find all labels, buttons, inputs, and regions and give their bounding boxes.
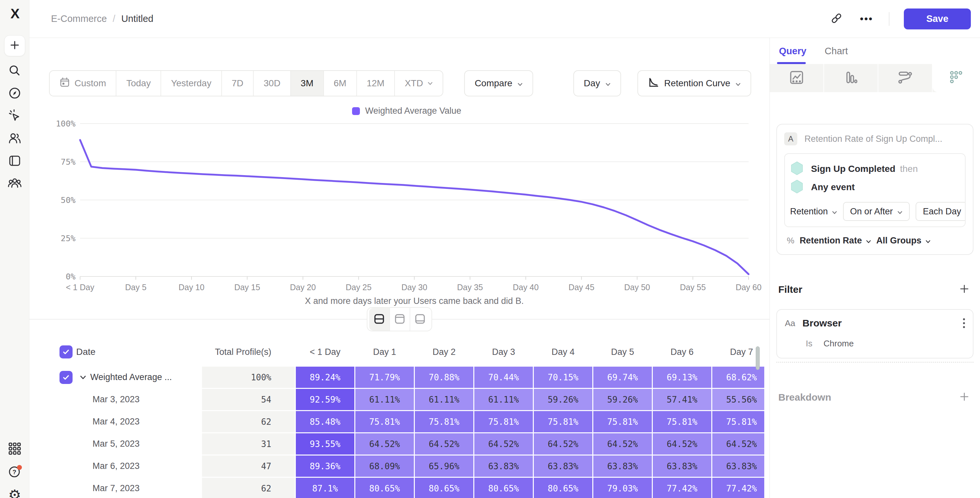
column-header[interactable]: Day 2 — [415, 342, 473, 363]
range-30d[interactable]: 30D — [254, 71, 291, 96]
column-header[interactable]: Day 1 — [355, 342, 414, 363]
retention-cell[interactable]: 75.81% — [415, 411, 473, 432]
retention-cell[interactable]: 63.83% — [712, 455, 764, 477]
retention-cell[interactable]: 80.65% — [355, 478, 414, 498]
cohorts-button[interactable] — [7, 177, 22, 191]
filter-operator[interactable]: Is — [806, 339, 812, 348]
retention-cell[interactable]: 71.79% — [355, 367, 414, 388]
retention-cell[interactable]: 61.11% — [355, 389, 414, 410]
save-button[interactable]: Save — [904, 8, 971, 29]
retention-cell[interactable]: 77.42% — [653, 478, 711, 498]
breadcrumb-current[interactable]: Untitled — [121, 13, 153, 24]
column-header[interactable]: < 1 Day — [296, 342, 354, 363]
retention-cell[interactable]: 75.81% — [653, 411, 711, 432]
granularity-button[interactable]: Day — [573, 70, 621, 96]
retention-cell[interactable]: 63.83% — [474, 455, 533, 477]
explore-button[interactable] — [7, 86, 22, 101]
app-logo[interactable]: X — [0, 6, 29, 22]
retention-cell[interactable]: 93.55% — [296, 433, 354, 455]
layout-toggle-chart-only[interactable] — [389, 308, 410, 331]
apps-button[interactable] — [7, 442, 22, 457]
range-6m[interactable]: 6M — [324, 71, 357, 96]
retention-cell[interactable]: 64.52% — [474, 433, 533, 455]
tab-retention[interactable] — [932, 64, 980, 92]
select-all-checkbox[interactable] — [59, 345, 73, 358]
tab-funnels[interactable] — [824, 64, 878, 92]
retention-cell[interactable]: 59.26% — [593, 389, 652, 410]
retention-cell[interactable]: 77.42% — [712, 478, 764, 498]
condition-dropdown[interactable]: On or After — [843, 202, 910, 221]
events-button[interactable] — [7, 109, 22, 124]
column-header-date[interactable]: Date — [76, 347, 95, 357]
more-options-button[interactable]: ••• — [859, 11, 874, 27]
retention-cell[interactable]: 87.1% — [296, 478, 354, 498]
row-checkbox[interactable] — [59, 371, 73, 384]
chart-type-button[interactable]: Retention Curve — [638, 70, 751, 96]
retention-cell[interactable]: 63.83% — [593, 455, 652, 477]
event-b-row[interactable]: Any event — [790, 178, 960, 196]
range-custom[interactable]: Custom — [50, 71, 116, 96]
help-button[interactable]: ? — [7, 465, 22, 480]
retention-cell[interactable]: 64.52% — [593, 433, 652, 455]
layout-toggle-split-view[interactable] — [369, 308, 389, 331]
tab-flows[interactable] — [878, 64, 932, 92]
range-3m[interactable]: 3M — [291, 71, 324, 96]
retention-cell[interactable]: 75.81% — [474, 411, 533, 432]
retention-type-dropdown[interactable]: Retention — [790, 207, 837, 216]
filter-value[interactable]: Chrome — [823, 339, 853, 348]
retention-cell[interactable]: 85.48% — [296, 411, 354, 432]
retention-cell[interactable]: 64.52% — [653, 433, 711, 455]
add-breakdown-button[interactable] — [957, 390, 972, 404]
compare-button[interactable]: Compare — [464, 70, 533, 96]
cohort-dropdown[interactable]: Each Day — [916, 202, 966, 221]
column-header[interactable]: Day 6 — [653, 342, 711, 363]
column-header[interactable]: Day 5 — [593, 342, 652, 363]
retention-cell[interactable]: 80.65% — [534, 478, 592, 498]
range-7d[interactable]: 7D — [222, 71, 254, 96]
range-12m[interactable]: 12M — [357, 71, 395, 96]
range-xtd[interactable]: XTD — [395, 71, 442, 96]
kebab-menu-icon[interactable] — [963, 318, 965, 328]
tab-chart[interactable]: Chart — [825, 46, 848, 57]
retention-cell[interactable]: 55.56% — [712, 389, 764, 410]
add-filter-button[interactable] — [957, 282, 972, 297]
retention-cell[interactable]: 70.15% — [534, 367, 592, 388]
group-dropdown[interactable]: All Groups — [877, 235, 931, 246]
filter-property[interactable]: Browser — [802, 318, 842, 329]
retention-cell[interactable]: 89.24% — [296, 367, 354, 388]
share-link-button[interactable] — [829, 11, 844, 27]
retention-curve-chart[interactable]: 100%75%50%25%0%< 1 DayDay 5Day 10Day 15D… — [49, 119, 764, 307]
metric-dropdown[interactable]: Retention Rate — [800, 235, 871, 246]
vertical-scrollbar[interactable] — [756, 346, 760, 370]
retention-cell[interactable]: 63.83% — [534, 455, 592, 477]
retention-cell[interactable]: 64.52% — [712, 433, 764, 455]
retention-cell[interactable]: 75.81% — [712, 411, 764, 432]
retention-cell[interactable]: 80.65% — [474, 478, 533, 498]
retention-cell[interactable]: 70.44% — [474, 367, 533, 388]
expand-row-icon[interactable] — [80, 375, 86, 380]
retention-cell[interactable]: 89.36% — [296, 455, 354, 477]
retention-cell[interactable]: 64.52% — [355, 433, 414, 455]
new-report-button[interactable] — [4, 35, 25, 56]
retention-cell[interactable]: 63.83% — [653, 455, 711, 477]
range-yesterday[interactable]: Yesterday — [161, 71, 222, 96]
retention-cell[interactable]: 75.81% — [355, 411, 414, 432]
breadcrumb-parent[interactable]: E-Commerce — [51, 13, 107, 24]
retention-cell[interactable]: 69.74% — [593, 367, 652, 388]
retention-cell[interactable]: 79.03% — [593, 478, 652, 498]
column-header-total[interactable]: Total Profile(s) — [202, 342, 295, 363]
tab-insights[interactable] — [770, 64, 824, 92]
retention-cell[interactable]: 80.65% — [415, 478, 473, 498]
event-a-row[interactable]: Sign Up Completed then — [790, 160, 960, 178]
profiles-button[interactable] — [7, 131, 22, 146]
retention-cell[interactable]: 70.88% — [415, 367, 473, 388]
column-header[interactable]: Day 3 — [474, 342, 533, 363]
retention-cell[interactable]: 61.11% — [415, 389, 473, 410]
range-today[interactable]: Today — [116, 71, 161, 96]
retention-cell[interactable]: 65.96% — [415, 455, 473, 477]
retention-cell[interactable]: 75.81% — [534, 411, 592, 432]
search-button[interactable] — [7, 64, 22, 79]
query-title[interactable]: Retention Rate of Sign Up Compl... — [805, 134, 942, 144]
retention-cell[interactable]: 57.41% — [653, 389, 711, 410]
retention-cell[interactable]: 68.09% — [355, 455, 414, 477]
